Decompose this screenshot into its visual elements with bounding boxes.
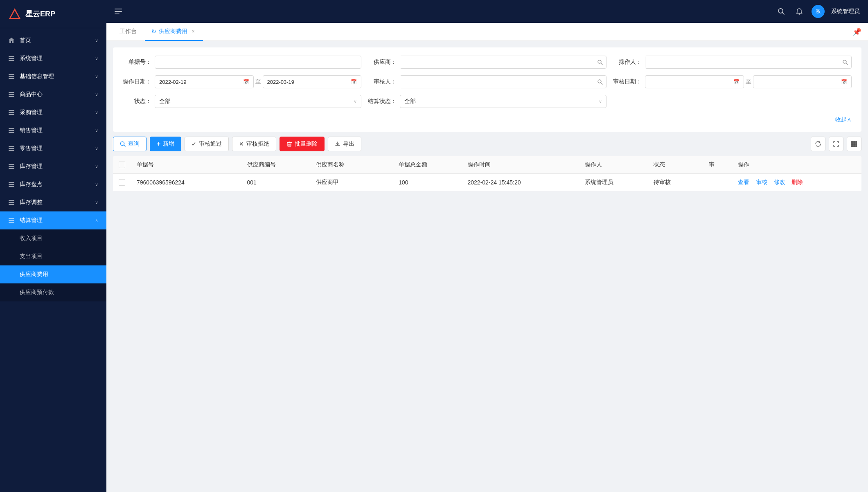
query-button[interactable]: 查询 bbox=[113, 137, 147, 151]
th-op-time: 操作时间 bbox=[462, 156, 579, 174]
reject-x-icon: ✕ bbox=[239, 141, 244, 147]
sidebar-item-purchase[interactable]: 采购管理 ∨ bbox=[0, 103, 106, 121]
operator-input-wrap bbox=[645, 56, 852, 69]
tab-bar: 工作台 ↻ 供应商费用 × 📌 bbox=[106, 23, 868, 41]
settle-status-label: 结算状态： bbox=[368, 98, 397, 105]
action-edit[interactable]: 修改 bbox=[774, 179, 785, 185]
tab-refresh-icon[interactable]: ↻ bbox=[151, 28, 156, 35]
delete-icon bbox=[286, 141, 292, 147]
settle-status-select[interactable]: 全部 ∨ bbox=[400, 95, 606, 108]
action-audit[interactable]: 审核 bbox=[756, 179, 767, 185]
operator-search-icon[interactable] bbox=[839, 59, 851, 65]
settlement-arrow-icon: ∧ bbox=[95, 218, 98, 223]
retail-icon bbox=[8, 145, 15, 152]
inventory-count-icon bbox=[8, 181, 15, 188]
status-label: 状态： bbox=[123, 98, 151, 105]
op-date-to-input[interactable]: 2022-03-19 📅 bbox=[263, 75, 362, 88]
audit-date-to-input[interactable]: 📅 bbox=[753, 75, 852, 88]
reject-button[interactable]: ✕ 审核拒绝 bbox=[232, 137, 276, 151]
tab-supplier-cost[interactable]: ↻ 供应商费用 × bbox=[145, 23, 203, 41]
sidebar-item-inventory-adjust[interactable]: 库存调整 ∨ bbox=[0, 193, 106, 211]
audit-date-from-cal-icon: 📅 bbox=[733, 79, 739, 85]
header-right: 系 系统管理员 bbox=[776, 5, 860, 18]
operator-input[interactable] bbox=[645, 56, 839, 68]
reject-label: 审核拒绝 bbox=[246, 140, 269, 148]
row-status: 待审核 bbox=[648, 174, 703, 191]
sidebar-item-label-inventory: 库存管理 bbox=[20, 163, 90, 170]
avatar-text: 系 bbox=[816, 8, 821, 15]
sidebar-item-inventory-count[interactable]: 库存盘点 ∨ bbox=[0, 175, 106, 193]
batch-delete-label: 批量删除 bbox=[295, 140, 318, 148]
action-delete[interactable]: 删除 bbox=[791, 179, 803, 185]
sidebar-item-income[interactable]: 收入项目 bbox=[0, 229, 106, 247]
svg-rect-21 bbox=[853, 145, 855, 147]
approve-check-icon: ✓ bbox=[192, 141, 196, 147]
supplier-input[interactable] bbox=[400, 56, 594, 68]
approve-label: 审核通过 bbox=[199, 140, 222, 148]
tab-workbench[interactable]: 工作台 bbox=[113, 23, 143, 41]
notification-icon[interactable] bbox=[794, 6, 805, 17]
tab-pin-icon[interactable]: 📌 bbox=[852, 27, 861, 36]
add-button[interactable]: + 新增 bbox=[150, 137, 181, 151]
svg-rect-18 bbox=[853, 143, 855, 145]
export-button[interactable]: 导出 bbox=[328, 137, 361, 151]
row-checkbox-cell bbox=[113, 174, 131, 191]
filter-supplier: 供应商： bbox=[368, 56, 606, 69]
doc-no-input[interactable] bbox=[155, 56, 361, 69]
sidebar-item-sales[interactable]: 销售管理 ∨ bbox=[0, 121, 106, 139]
sidebar-item-supplier-prepay[interactable]: 供应商预付款 bbox=[0, 283, 106, 301]
auditor-input[interactable] bbox=[400, 76, 594, 88]
grid-view-button[interactable] bbox=[847, 137, 861, 151]
auditor-search-icon[interactable] bbox=[594, 79, 606, 85]
th-status: 状态 bbox=[648, 156, 703, 174]
system-icon bbox=[8, 55, 15, 62]
row-doc-no: 796006396596224 bbox=[131, 174, 241, 191]
sidebar-item-product[interactable]: 商品中心 ∨ bbox=[0, 85, 106, 103]
row-checkbox[interactable] bbox=[119, 179, 125, 186]
tab-close-button[interactable]: × bbox=[190, 28, 196, 35]
svg-rect-22 bbox=[855, 145, 857, 147]
select-all-checkbox[interactable] bbox=[119, 162, 125, 168]
sidebar-item-settlement[interactable]: 结算管理 ∧ bbox=[0, 211, 106, 229]
status-value: 全部 bbox=[159, 98, 171, 105]
collapse-button[interactable]: 收起∧ bbox=[123, 115, 852, 124]
sidebar-item-label-settlement: 结算管理 bbox=[20, 217, 90, 224]
op-date-from-cal-icon: 📅 bbox=[243, 79, 249, 85]
sidebar-item-expense[interactable]: 支出项目 bbox=[0, 247, 106, 265]
data-table: 单据号 供应商编号 供应商名称 单据总金额 操作时间 bbox=[113, 156, 861, 191]
fullscreen-icon bbox=[833, 141, 839, 147]
refresh-button[interactable] bbox=[811, 137, 825, 151]
search-icon[interactable] bbox=[776, 6, 787, 17]
main-content: 系 系统管理员 工作台 ↻ 供应商费用 × 📌 单据号： 供 bbox=[106, 0, 868, 492]
sidebar: 星云ERP 首页 ∨ 系统管理 ∨ 基础信息管理 ∨ bbox=[0, 0, 106, 492]
sidebar-item-home[interactable]: 首页 ∨ bbox=[0, 31, 106, 49]
supplier-search-icon[interactable] bbox=[594, 59, 606, 65]
audit-date-from-input[interactable]: 📅 bbox=[645, 75, 744, 88]
supplier-label: 供应商： bbox=[368, 58, 397, 66]
th-total-amount: 单据总金额 bbox=[393, 156, 462, 174]
menu-toggle-button[interactable] bbox=[115, 9, 122, 14]
svg-line-6 bbox=[601, 63, 602, 65]
sidebar-item-label-home: 首页 bbox=[20, 37, 90, 44]
action-view[interactable]: 查看 bbox=[738, 179, 749, 185]
sidebar-item-supplier-cost[interactable]: 供应商费用 bbox=[0, 265, 106, 283]
batch-delete-button[interactable]: 批量删除 bbox=[280, 137, 325, 151]
filter-auditor: 审核人： bbox=[368, 75, 606, 88]
operator-label: 操作人： bbox=[613, 58, 642, 66]
op-date-from-input[interactable]: 2022-02-19 📅 bbox=[155, 75, 254, 88]
status-select[interactable]: 全部 ∨ bbox=[155, 95, 361, 108]
user-name: 系统管理员 bbox=[831, 8, 860, 15]
approve-button[interactable]: ✓ 审核通过 bbox=[185, 137, 229, 151]
user-avatar[interactable]: 系 bbox=[812, 5, 825, 18]
th-checkbox bbox=[113, 156, 131, 174]
sidebar-item-inventory[interactable]: 库存管理 ∨ bbox=[0, 157, 106, 175]
top-header: 系 系统管理员 bbox=[106, 0, 868, 23]
sidebar-item-label-income: 收入项目 bbox=[20, 235, 98, 242]
sidebar-item-system[interactable]: 系统管理 ∨ bbox=[0, 49, 106, 67]
sidebar-item-base-info[interactable]: 基础信息管理 ∨ bbox=[0, 67, 106, 85]
sidebar-item-retail[interactable]: 零售管理 ∨ bbox=[0, 139, 106, 157]
sidebar-item-label-product: 商品中心 bbox=[20, 91, 90, 98]
fullscreen-button[interactable] bbox=[829, 137, 843, 151]
filter-row-1: 单据号： 供应商： bbox=[123, 56, 852, 69]
sidebar-item-label-system: 系统管理 bbox=[20, 55, 90, 62]
